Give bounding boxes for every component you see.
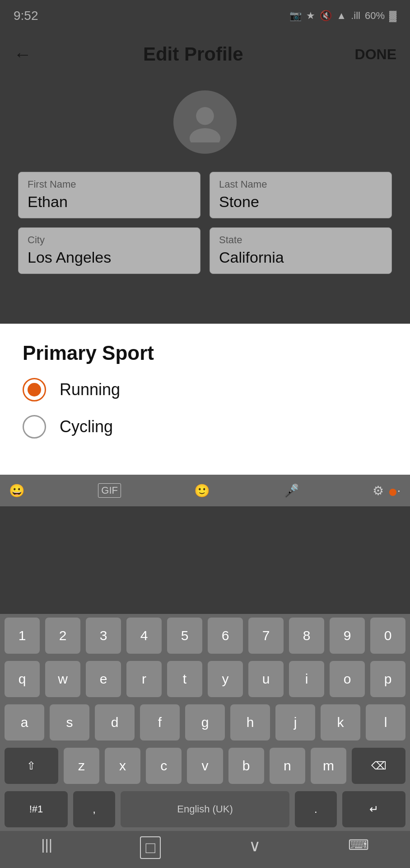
key-a[interactable]: a [5, 704, 44, 741]
key-k[interactable]: k [321, 704, 360, 741]
key-n[interactable]: n [270, 748, 305, 784]
key-x[interactable]: x [105, 748, 140, 784]
key-l[interactable]: l [366, 704, 405, 741]
keyboard-icon[interactable]: ⌨ [348, 836, 369, 859]
key-1[interactable]: 1 [5, 618, 40, 654]
key-v[interactable]: v [187, 748, 223, 784]
nav-row: ||| □ ∨ ⌨ [0, 831, 410, 868]
more-options-area: ⚙ ⋯ [373, 483, 401, 498]
symbols-key[interactable]: !#1 [5, 791, 68, 827]
keyboard: 1 2 3 4 5 6 7 8 9 0 q w e r t y u i o p … [0, 614, 410, 868]
key-0[interactable]: 0 [370, 618, 405, 654]
key-w[interactable]: w [45, 661, 80, 697]
key-e[interactable]: e [86, 661, 121, 697]
zxcv-row: ⇧ z x c v b n m ⌫ [0, 744, 410, 788]
key-g[interactable]: g [185, 704, 225, 741]
notification-dot [389, 489, 396, 496]
key-j[interactable]: j [275, 704, 315, 741]
key-q[interactable]: q [5, 661, 40, 697]
key-3[interactable]: 3 [86, 618, 121, 654]
bottom-row: !#1 , English (UK) . ↵ [0, 788, 410, 831]
back-nav-button[interactable]: ∨ [249, 836, 261, 859]
home-button[interactable]: □ [140, 836, 161, 859]
mic-icon[interactable]: 🎤 [284, 483, 299, 498]
key-d[interactable]: d [95, 704, 135, 741]
delete-key[interactable]: ⌫ [352, 748, 405, 784]
qwerty-row: q w e r t y u i o p [0, 657, 410, 701]
cycling-radio[interactable] [23, 415, 46, 439]
shift-key[interactable]: ⇧ [5, 748, 58, 784]
running-label: Running [60, 380, 120, 399]
key-i[interactable]: i [289, 661, 324, 697]
gif-icon[interactable]: GIF [98, 483, 121, 498]
key-t[interactable]: t [167, 661, 202, 697]
key-7[interactable]: 7 [248, 618, 284, 654]
emoji-icon[interactable]: 😀 [9, 483, 25, 498]
key-p[interactable]: p [370, 661, 405, 697]
key-s[interactable]: s [50, 704, 89, 741]
cycling-option[interactable]: Cycling [23, 415, 387, 439]
comma-key[interactable]: , [73, 791, 115, 827]
key-o[interactable]: o [330, 661, 365, 697]
spacebar[interactable]: English (UK) [121, 791, 289, 827]
primary-sport-modal: Primary Sport Running Cycling [0, 324, 410, 475]
menu-button[interactable]: ||| [41, 836, 52, 859]
running-radio[interactable] [23, 378, 46, 401]
settings-icon[interactable]: ⚙ [373, 483, 384, 498]
key-2[interactable]: 2 [45, 618, 80, 654]
enter-key[interactable]: ↵ [342, 791, 405, 827]
running-option[interactable]: Running [23, 378, 387, 401]
key-b[interactable]: b [228, 748, 264, 784]
key-9[interactable]: 9 [330, 618, 365, 654]
running-radio-inner [28, 383, 41, 396]
key-4[interactable]: 4 [126, 618, 162, 654]
keyboard-toolbar: 😀 GIF 🙂 🎤 ⚙ ⋯ [0, 475, 410, 506]
sticker-icon[interactable]: 🙂 [194, 483, 210, 498]
key-y[interactable]: y [208, 661, 243, 697]
key-5[interactable]: 5 [167, 618, 202, 654]
key-c[interactable]: c [146, 748, 182, 784]
cycling-label: Cycling [60, 417, 113, 436]
modal-title: Primary Sport [23, 342, 387, 364]
key-u[interactable]: u [248, 661, 284, 697]
key-8[interactable]: 8 [289, 618, 324, 654]
key-f[interactable]: f [140, 704, 180, 741]
number-row: 1 2 3 4 5 6 7 8 9 0 [0, 614, 410, 657]
key-6[interactable]: 6 [208, 618, 243, 654]
key-m[interactable]: m [311, 748, 346, 784]
key-h[interactable]: h [230, 704, 270, 741]
period-key[interactable]: . [295, 791, 337, 827]
asdf-row: a s d f g h j k l [0, 701, 410, 744]
key-z[interactable]: z [64, 748, 99, 784]
key-r[interactable]: r [126, 661, 162, 697]
